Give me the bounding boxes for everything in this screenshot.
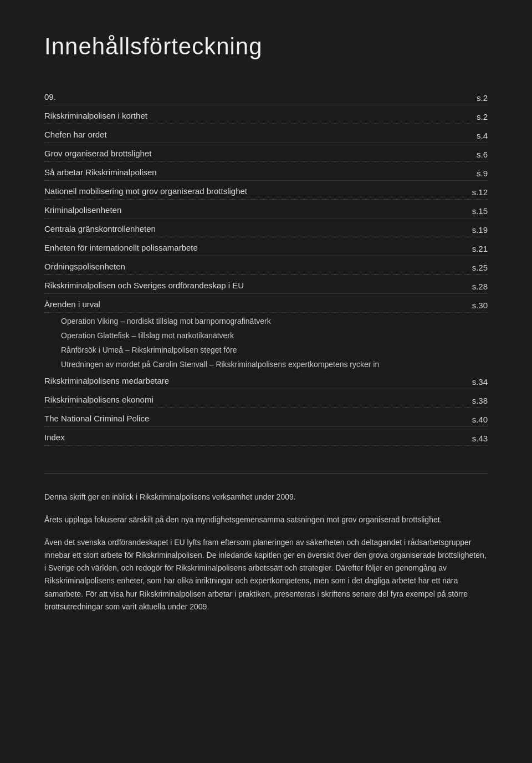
toc-page-item-ekonomi: s.38 bbox=[454, 396, 488, 405]
toc-row-item-sa-arbetar: Så arbetar Rikskriminalpolisens.9 bbox=[44, 163, 488, 181]
toc-page-item-chefen: s.4 bbox=[454, 131, 488, 140]
toc-label-item-operation-viking: Operation Viking – nordiskt tillslag mot… bbox=[44, 316, 488, 327]
toc-label-item-kriminal: Kriminalpolisenheten bbox=[44, 204, 454, 216]
toc-page-item-ordnings: s.25 bbox=[454, 263, 488, 272]
toc-row-item-ekonomi: Rikskriminalpolisens ekonomis.38 bbox=[44, 390, 488, 408]
toc-page-item-medarbetare: s.34 bbox=[454, 377, 488, 386]
toc-row-item-chefen: Chefen har ordets.4 bbox=[44, 125, 488, 143]
toc-row-item-operation-viking: Operation Viking – nordiskt tillslag mot… bbox=[44, 314, 488, 328]
toc-label-item-ranforsok: Rånförsök i Umeå – Rikskriminalpolisen s… bbox=[44, 345, 488, 356]
toc-label-item-medarbetare: Rikskriminalpolisens medarbetare bbox=[44, 375, 454, 386]
page: Innehållsförteckning 09.s.2Rikskriminalp… bbox=[0, 0, 532, 763]
toc-page-item-index: s.43 bbox=[454, 434, 488, 443]
toc-label-item-ordnings: Ordningspolisenheten bbox=[44, 261, 454, 272]
toc-row-item-rikskrim-eu: Rikskriminalpolisen och Sveriges ordföra… bbox=[44, 276, 488, 294]
toc-label-item-operation-glattefisk: Operation Glattefisk – tillslag mot nark… bbox=[44, 330, 488, 342]
toc-page-item-09: s.2 bbox=[454, 93, 488, 103]
toc-label-item-utredningen: Utredningen av mordet på Carolin Stenval… bbox=[44, 359, 488, 370]
toc-label-item-rikskriminalpolisen-korthet: Rikskriminalpolisen i korthet bbox=[44, 110, 454, 121]
page-title: Innehållsförteckning bbox=[44, 33, 488, 60]
toc-row-item-centrala: Centrala gränskontrollenhetens.19 bbox=[44, 220, 488, 237]
toc-label-item-nationell: Nationell mobilisering mot grov organise… bbox=[44, 185, 454, 197]
toc-row-item-national-criminal: The National Criminal Polices.40 bbox=[44, 409, 488, 427]
toc-page-item-sa-arbetar: s.9 bbox=[454, 169, 488, 178]
toc-label-item-sa-arbetar: Så arbetar Rikskriminalpolisen bbox=[44, 166, 454, 178]
toc-page-item-kriminal: s.15 bbox=[454, 206, 488, 216]
toc-label-item-rikskrim-eu: Rikskriminalpolisen och Sveriges ordföra… bbox=[44, 279, 454, 291]
table-of-contents: 09.s.2Rikskriminalpolisen i korthets.2Ch… bbox=[44, 88, 488, 446]
toc-page-item-grov: s.6 bbox=[454, 150, 488, 159]
toc-label-item-ekonomi: Rikskriminalpolisens ekonomi bbox=[44, 394, 454, 405]
toc-page-item-centrala: s.19 bbox=[454, 225, 488, 235]
toc-page-item-enheten: s.21 bbox=[454, 244, 488, 253]
toc-label-item-09: 09. bbox=[44, 91, 454, 103]
body-paragraph-2: Även det svenska ordförandeskapet i EU l… bbox=[44, 536, 488, 613]
toc-row-item-utredningen: Utredningen av mordet på Carolin Stenval… bbox=[44, 357, 488, 372]
toc-label-item-index: Index bbox=[44, 431, 454, 443]
toc-row-item-rikskriminalpolisen-korthet: Rikskriminalpolisen i korthets.2 bbox=[44, 106, 488, 124]
toc-row-item-enheten: Enheten för internationellt polissamarbe… bbox=[44, 238, 488, 256]
toc-label-item-chefen: Chefen har ordet bbox=[44, 129, 454, 140]
toc-label-item-centrala: Centrala gränskontrollenheten bbox=[44, 223, 454, 235]
toc-row-item-ordnings: Ordningspolisenhetens.25 bbox=[44, 257, 488, 275]
toc-row-item-ranforsok: Rånförsök i Umeå – Rikskriminalpolisen s… bbox=[44, 343, 488, 357]
toc-page-item-arenden: s.30 bbox=[454, 301, 488, 310]
toc-row-item-nationell: Nationell mobilisering mot grov organise… bbox=[44, 182, 488, 200]
toc-row-item-operation-glattefisk: Operation Glattefisk – tillslag mot nark… bbox=[44, 328, 488, 343]
toc-row-item-index: Indexs.43 bbox=[44, 428, 488, 446]
toc-row-item-medarbetare: Rikskriminalpolisens medarbetares.34 bbox=[44, 372, 488, 389]
body-paragraph-1: Årets upplaga fokuserar särskilt på den … bbox=[44, 513, 488, 526]
toc-label-item-enheten: Enheten för internationellt polissamarbe… bbox=[44, 242, 454, 253]
toc-label-item-arenden: Ärenden i urval bbox=[44, 298, 454, 310]
toc-page-item-national-criminal: s.40 bbox=[454, 415, 488, 424]
toc-page-item-nationell: s.12 bbox=[454, 187, 488, 197]
toc-page-item-rikskrim-eu: s.28 bbox=[454, 282, 488, 291]
toc-label-item-national-criminal: The National Criminal Police bbox=[44, 413, 454, 424]
toc-row-item-arenden: Ärenden i urvals.30 bbox=[44, 295, 488, 313]
body-text-section: Denna skrift ger en inblick i Rikskrimin… bbox=[44, 474, 488, 613]
toc-label-item-grov: Grov organiserad brottslighet bbox=[44, 147, 454, 159]
toc-row-item-grov: Grov organiserad brottslighets.6 bbox=[44, 144, 488, 162]
toc-row-item-kriminal: Kriminalpolisenhetens.15 bbox=[44, 201, 488, 218]
toc-page-item-rikskriminalpolisen-korthet: s.2 bbox=[454, 112, 488, 121]
toc-row-item-09: 09.s.2 bbox=[44, 88, 488, 105]
body-paragraph-0: Denna skrift ger en inblick i Rikskrimin… bbox=[44, 491, 488, 503]
